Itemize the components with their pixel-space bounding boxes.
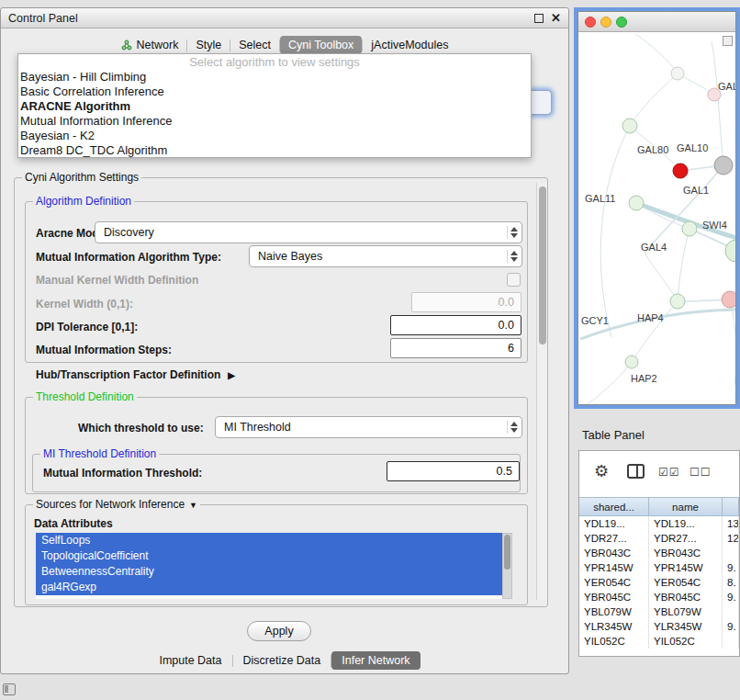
network-node[interactable] [622, 119, 637, 133]
control-panel-titlebar[interactable]: Control Panel ✕ [1, 8, 568, 28]
column-header-name[interactable]: name [649, 498, 723, 515]
cyni-bottom-tabs: Impute Data Discretize Data Infer Networ… [1, 651, 568, 670]
data-attributes-label: Data Attributes [34, 517, 113, 530]
columns-icon[interactable] [627, 464, 645, 479]
column-header-shared-name[interactable]: shared... [579, 498, 649, 515]
tab-impute-data[interactable]: Impute Data [149, 651, 231, 670]
mi-type-combobox[interactable]: Naive Bayes [249, 245, 522, 267]
table-row[interactable]: YER054CYER054C8. [579, 575, 739, 590]
table-cell: YBR045C [579, 590, 649, 604]
table-cell: 9. [723, 590, 739, 604]
attribute-list-scrollbar-thumb[interactable] [504, 535, 510, 570]
network-node[interactable] [670, 294, 685, 309]
algorithm-definition-title: Algorithm Definition [33, 195, 134, 208]
tab-network[interactable]: Network [113, 36, 187, 54]
network-node[interactable] [671, 67, 684, 80]
tab-infer-network[interactable]: Infer Network [331, 651, 420, 670]
network-node[interactable] [673, 164, 688, 178]
tab-cyni-toolbox[interactable]: Cyni Toolbox [280, 36, 362, 54]
algorithm-option[interactable]: ARACNE Algorithm [18, 99, 531, 114]
tab-jactivemodules[interactable]: jActiveModules [363, 36, 456, 54]
network-node[interactable] [625, 356, 638, 368]
network-node[interactable] [682, 221, 697, 236]
data-attributes-list[interactable]: SelfLoopsTopologicalCoefficientBetweenne… [36, 533, 502, 599]
attribute-list-scrollbar[interactable] [502, 533, 512, 599]
node-label: GAL4 [641, 242, 667, 253]
float-window-icon[interactable] [534, 14, 544, 23]
column-header-extra[interactable] [723, 498, 739, 515]
minimize-traffic-light[interactable] [600, 17, 611, 28]
table-cell: YER054C [649, 575, 723, 590]
attribute-list-item[interactable]: gal4RGexp [36, 580, 502, 595]
network-canvas-area[interactable]: GALGAL80GAL10GAL11GAL1SWI4GAL4GCY1HAP4HA… [578, 32, 735, 404]
sources-group-title[interactable]: Sources for Network Inference▼ [33, 498, 200, 511]
network-node[interactable] [722, 291, 735, 308]
table-row[interactable]: YPR145WYPR145W9. [579, 560, 739, 575]
minimized-panel-icon[interactable] [3, 683, 16, 695]
algorithm-option[interactable]: Mutual Information Inference [18, 114, 531, 129]
network-node[interactable] [714, 156, 733, 175]
mi-threshold-field[interactable] [387, 461, 520, 481]
algorithm-popup-options: Bayesian - Hill ClimbingBasic Correlatio… [18, 70, 531, 158]
table-cell [723, 634, 739, 649]
node-label: GAL11 [585, 193, 615, 204]
settings-group-title: Cyni Algorithm Settings [22, 171, 141, 184]
mi-type-label: Mutual Information Algorithm Type: [36, 251, 221, 264]
network-node[interactable] [725, 240, 735, 262]
hub-definition-toggle[interactable]: Hub/Transcription Factor Definition▶ [36, 368, 235, 381]
zoom-traffic-light[interactable] [616, 17, 627, 28]
mi-threshold-group-title: MI Threshold Definition [40, 447, 159, 460]
table-header: shared... name [579, 497, 739, 516]
settings-scrollbar-thumb[interactable] [539, 186, 546, 344]
algorithm-option[interactable]: Bayesian - Hill Climbing [18, 70, 531, 85]
table-cell: YIL052C [649, 634, 723, 649]
table-cell: YDL19... [579, 516, 649, 531]
which-threshold-combobox[interactable]: MI Threshold [215, 416, 522, 438]
table-row[interactable]: YBR045CYBR045C9. [579, 590, 739, 604]
tab-style[interactable]: Style [187, 36, 230, 54]
expand-down-icon: ▼ [189, 501, 197, 510]
canvas-corner-widget[interactable] [723, 36, 733, 46]
table-row[interactable]: YIL052CYIL052C [579, 634, 739, 649]
select-all-rows-icon[interactable]: ☑☑ [658, 466, 680, 479]
combo-arrows-icon [507, 226, 518, 239]
gear-icon[interactable]: ⚙ [594, 461, 609, 481]
node-label: SWI4 [702, 220, 727, 231]
dpi-tolerance-label: DPI Tolerance [0,1]: [36, 321, 138, 333]
tab-select[interactable]: Select [230, 36, 279, 54]
dpi-tolerance-field[interactable] [390, 315, 521, 335]
network-view-window: GALGAL80GAL10GAL11GAL1SWI4GAL4GCY1HAP4HA… [574, 7, 740, 409]
aracne-mode-combobox[interactable]: Discovery [95, 221, 522, 243]
network-node[interactable] [629, 196, 644, 210]
table-cell: YDL19... [649, 516, 723, 531]
deselect-all-rows-icon[interactable]: ☐☐ [690, 466, 712, 479]
table-cell: 13 [723, 516, 739, 531]
table-cell: YPR145W [649, 560, 723, 575]
table-cell: YDR27... [649, 531, 723, 546]
close-icon[interactable]: ✕ [551, 11, 561, 25]
settings-scrollbar[interactable] [536, 183, 547, 600]
kernel-width-field[interactable] [411, 292, 521, 312]
table-row[interactable]: YLR345WYLR345W9. [579, 619, 739, 634]
algorithm-option[interactable]: Basic Correlation Inference [18, 85, 531, 99]
apply-button[interactable]: Apply [247, 621, 311, 641]
algorithm-option[interactable]: Dream8 DC_TDC Algorithm [18, 143, 531, 158]
table-row[interactable]: YDR27...YDR27...12 [579, 531, 739, 546]
attribute-list-item[interactable]: SelfLoops [36, 533, 502, 548]
tab-discretize-data[interactable]: Discretize Data [233, 651, 331, 670]
attribute-list-item[interactable]: BetweennessCentrality [36, 564, 502, 580]
table-row[interactable]: YDL19...YDL19...13 [579, 516, 739, 531]
algorithm-option[interactable]: Bayesian - K2 [18, 129, 531, 143]
table-row[interactable]: YBL079WYBL079W [579, 604, 739, 619]
network-canvas[interactable]: GALGAL80GAL10GAL11GAL1SWI4GAL4GCY1HAP4HA… [580, 34, 735, 404]
node-label: HAP4 [637, 312, 664, 323]
manual-kernel-checkbox[interactable] [507, 273, 521, 287]
close-traffic-light[interactable] [585, 17, 596, 28]
table-row[interactable]: YBR043CYBR043C [579, 546, 739, 560]
table-cell: 8. [723, 575, 739, 590]
network-view-titlebar[interactable] [578, 12, 735, 32]
which-threshold-label: Which threshold to use: [78, 422, 204, 435]
tab-network-label: Network [137, 39, 179, 51]
mi-steps-field[interactable] [390, 338, 521, 358]
attribute-list-item[interactable]: TopologicalCoefficient [36, 548, 502, 564]
